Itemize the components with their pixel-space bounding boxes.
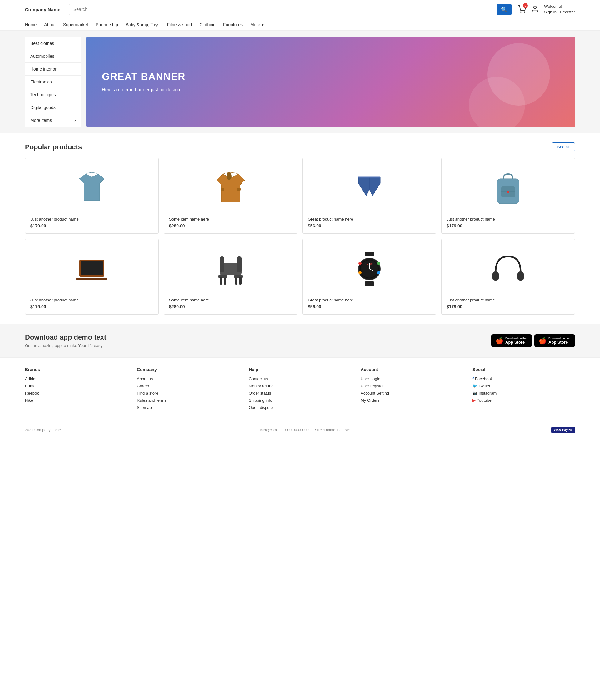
header-right: 0 Welcome! Sign in | Register: [518, 4, 575, 15]
footer-link-account-setting[interactable]: Account Setting: [361, 391, 463, 396]
product-price-4: $179.00: [30, 304, 153, 309]
nav-partnership[interactable]: Partnership: [96, 22, 118, 27]
svg-rect-24: [235, 278, 238, 284]
product-card-4[interactable]: Just another product name $179.00: [25, 239, 159, 315]
product-image-6: 12:00: [308, 244, 431, 294]
product-image-4: [30, 244, 153, 294]
product-card-2[interactable]: Great product name here $56.00: [303, 158, 436, 234]
cart-icon[interactable]: 0: [518, 5, 526, 14]
svg-rect-25: [365, 252, 374, 256]
nav-fitness[interactable]: Fitness sport: [167, 22, 192, 27]
see-all-button[interactable]: See all: [552, 143, 575, 151]
sidebar-item-digital-goods[interactable]: Digital goods: [25, 101, 81, 114]
product-image-1: [169, 163, 292, 213]
nav-more-dropdown[interactable]: More ▾: [250, 22, 264, 27]
footer-link-sitemap[interactable]: Sitemap: [137, 405, 239, 410]
product-name-1: Some item name here: [169, 217, 292, 222]
product-card-7[interactable]: Just another product name $179.00: [441, 239, 575, 315]
footer-link-find-store[interactable]: Find a store: [137, 391, 239, 396]
svg-point-2: [534, 6, 536, 9]
product-name-0: Just another product name: [30, 217, 153, 222]
footer-link-my-orders[interactable]: My Orders: [361, 398, 463, 403]
sidebar-item-best-clothes[interactable]: Best clothes: [25, 37, 81, 50]
section-title: Popular products: [25, 143, 82, 151]
nav-supermarket[interactable]: Supermarket: [63, 22, 88, 27]
svg-rect-21: [220, 277, 222, 284]
footer-company-heading: Company: [137, 367, 239, 372]
product-card-1[interactable]: Some item name here $280.00: [164, 158, 297, 234]
product-name-4: Just another product name: [30, 298, 153, 302]
product-card-5[interactable]: Some item name here $280.00: [164, 239, 297, 315]
footer-link-nike[interactable]: Nike: [25, 398, 127, 403]
app-store-button-2[interactable]: 🍎 Download on the App Store: [534, 334, 575, 347]
footer-col-social: Social f Facebook 🐦 Twitter 📷 Instagram …: [473, 367, 575, 412]
sidebar-item-more-items[interactable]: More items ›: [25, 114, 81, 126]
instagram-icon: 📷: [473, 391, 478, 396]
nav-baby-toys[interactable]: Baby &amp; Toys: [126, 22, 160, 27]
product-card-6[interactable]: 12:00 Great product name here $56.00: [303, 239, 436, 315]
app-store-button-1[interactable]: 🍎 Download on the App Store: [491, 334, 532, 347]
sidebar-item-technologies[interactable]: Technologies: [25, 89, 81, 101]
search-input[interactable]: [69, 4, 497, 15]
svg-rect-19: [218, 275, 227, 278]
nav-home[interactable]: Home: [25, 22, 37, 27]
product-name-3: Just another product name: [447, 217, 570, 222]
svg-point-33: [358, 271, 362, 274]
footer-help-heading: Help: [249, 367, 351, 372]
sign-in-link[interactable]: Sign in | Register: [544, 9, 575, 15]
sidebar-item-automobiles[interactable]: Automobiles: [25, 50, 81, 63]
product-price-6: $56.00: [308, 304, 431, 309]
footer-link-career[interactable]: Career: [137, 383, 239, 388]
footer-link-contact[interactable]: Contact us: [249, 376, 351, 381]
banner-text: GREAT BANNER Hey I am demo banner just f…: [102, 71, 185, 93]
footer-link-reebok[interactable]: Reebok: [25, 391, 127, 396]
product-price-2: $56.00: [308, 223, 431, 228]
footer-col-company: Company About us Career Find a store Rul…: [137, 367, 239, 412]
svg-rect-18: [237, 256, 242, 272]
main-nav: Home About Supermarket Partnership Baby …: [0, 19, 600, 31]
svg-point-32: [377, 262, 380, 265]
footer-bottom-center: info@com +000-000-0000 Street name 123, …: [260, 428, 352, 432]
nav-about[interactable]: About: [44, 22, 56, 27]
footer-link-user-register[interactable]: User register: [361, 383, 463, 388]
footer-link-shipping[interactable]: Shipping info: [249, 398, 351, 403]
footer-link-puma[interactable]: Puma: [25, 383, 127, 388]
footer-phone: +000-000-0000: [283, 428, 309, 432]
search-button[interactable]: 🔍: [497, 4, 511, 15]
footer-link-instagram[interactable]: 📷 Instagram: [473, 391, 575, 396]
footer-link-refund[interactable]: Money refund: [249, 383, 351, 388]
popular-products-section: Popular products See all Just another pr…: [0, 133, 600, 324]
nav-furnitures[interactable]: Furnitures: [223, 22, 243, 27]
app-btn-text-1: Download on the App Store: [505, 337, 527, 345]
footer-link-facebook[interactable]: f Facebook: [473, 376, 575, 381]
product-name-7: Just another product name: [447, 298, 570, 302]
hero-banner: GREAT BANNER Hey I am demo banner just f…: [86, 37, 575, 127]
footer-account-heading: Account: [361, 367, 463, 372]
download-text: Download app demo text Get an amazing ap…: [25, 333, 106, 348]
footer-col-brands: Brands Adidas Puma Reebok Nike: [25, 367, 127, 412]
footer-link-user-login[interactable]: User Login: [361, 376, 463, 381]
sidebar-item-home-interior[interactable]: Home interior: [25, 63, 81, 76]
nav-clothing[interactable]: Clothing: [200, 22, 216, 27]
product-card-3[interactable]: Just another product name $179.00: [441, 158, 575, 234]
footer-link-adidas[interactable]: Adidas: [25, 376, 127, 381]
footer-link-twitter[interactable]: 🐦 Twitter: [473, 383, 575, 388]
svg-rect-20: [234, 275, 243, 278]
welcome-text: Welcome! Sign in | Register: [544, 4, 575, 15]
paypal-icon: PayPal: [562, 428, 573, 432]
download-subtitle: Get an amazing app to make Your life eas…: [25, 343, 106, 348]
footer-link-dispute[interactable]: Open dispute: [249, 405, 351, 410]
svg-rect-37: [493, 271, 499, 281]
footer-link-rules[interactable]: Rules and terms: [137, 398, 239, 403]
svg-point-12: [507, 191, 509, 193]
svg-point-0: [521, 11, 521, 12]
svg-rect-38: [518, 271, 524, 281]
user-icon[interactable]: [531, 5, 539, 14]
header: Company Name 🔍 0 Welcome! Sign i: [0, 0, 600, 19]
sidebar-item-electronics[interactable]: Electronics: [25, 76, 81, 89]
footer-link-order[interactable]: Order status: [249, 391, 351, 396]
product-card-0[interactable]: Just another product name $179.00: [25, 158, 159, 234]
footer-link-youtube[interactable]: ▶ Youtube: [473, 398, 575, 403]
footer-link-about-us[interactable]: About us: [137, 376, 239, 381]
company-logo: Company Name: [25, 7, 63, 12]
